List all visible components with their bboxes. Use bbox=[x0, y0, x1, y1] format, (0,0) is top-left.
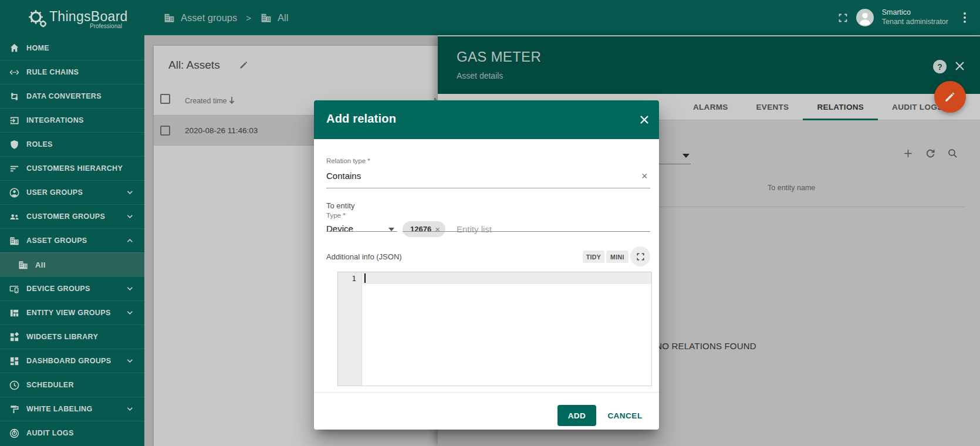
asset-group-icon bbox=[18, 259, 29, 271]
sidebar: ThingsBoard Professional HOME RULE CHAIN… bbox=[0, 0, 144, 446]
close-icon[interactable] bbox=[640, 115, 649, 124]
entity-view-groups-icon bbox=[9, 308, 20, 319]
entity-type-label: Type * bbox=[326, 212, 346, 219]
breadcrumb-current[interactable]: All bbox=[278, 12, 288, 23]
additional-info-label: Additional info (JSON) bbox=[326, 252, 402, 261]
sidebar-item-asset-groups-all[interactable]: All bbox=[0, 252, 144, 276]
help-icon[interactable]: ? bbox=[933, 60, 947, 73]
sidebar-item-audit-logs[interactable]: AUDIT LOGS bbox=[0, 421, 144, 445]
json-editor[interactable]: 1 bbox=[337, 272, 652, 386]
dashboard-icon bbox=[9, 356, 20, 367]
rule-chains-icon bbox=[9, 67, 20, 78]
direction-select-caret-icon[interactable] bbox=[682, 154, 690, 158]
sidebar-item-entity-view-groups[interactable]: ENTITY VIEW GROUPS bbox=[0, 300, 144, 325]
add-relation-dialog: Add relation Relation type * Contains × … bbox=[314, 100, 659, 430]
active-tab-indicator bbox=[803, 119, 878, 120]
column-header-created-time[interactable]: Created time bbox=[185, 97, 227, 105]
clock-icon bbox=[9, 380, 20, 391]
mini-button[interactable]: MINI bbox=[606, 251, 628, 263]
sidebar-item-label: RULE CHAINS bbox=[26, 68, 79, 76]
chevron-down-icon bbox=[127, 190, 133, 195]
tab-alarms[interactable]: ALARMS bbox=[679, 94, 742, 120]
sidebar-item-device-groups[interactable]: DEVICE GROUPS bbox=[0, 276, 144, 300]
audit-logs-icon bbox=[9, 428, 20, 439]
sidebar-item-label: ENTITY VIEW GROUPS bbox=[26, 309, 111, 317]
top-bar: Asset groups > All Smartico Tenant admin… bbox=[0, 0, 980, 35]
avatar[interactable] bbox=[856, 9, 874, 26]
logo[interactable]: ThingsBoard Professional bbox=[0, 0, 144, 36]
hierarchy-icon bbox=[9, 163, 20, 174]
sidebar-item-label: USER GROUPS bbox=[26, 188, 83, 197]
sidebar-item-white-labeling[interactable]: WHITE LABELING bbox=[0, 397, 144, 421]
entity-chip-label: 12676 bbox=[410, 225, 431, 234]
user-groups-icon bbox=[9, 187, 20, 198]
asset-group-icon bbox=[260, 12, 272, 24]
asset-groups-icon bbox=[9, 235, 20, 246]
entity-chip[interactable]: 12676 × bbox=[403, 221, 445, 237]
cell-created-time: 2020-08-26 11:46:03 bbox=[185, 126, 258, 135]
sidebar-item-scheduler[interactable]: SCHEDULER bbox=[0, 373, 144, 397]
fullscreen-icon[interactable] bbox=[838, 13, 848, 23]
user-info: Smartico Tenant administrator bbox=[882, 8, 948, 26]
sidebar-item-customers-hierarchy[interactable]: CUSTOMERS HIERARCHY bbox=[0, 156, 144, 180]
tab-label: RELATIONS bbox=[817, 103, 864, 112]
chip-remove-icon[interactable]: × bbox=[435, 225, 440, 234]
edit-pencil-icon[interactable] bbox=[239, 60, 249, 70]
column-header-to-entity-name[interactable]: To entity name bbox=[768, 184, 815, 192]
editor-gutter: 1 bbox=[338, 272, 362, 386]
entity-list-input[interactable] bbox=[457, 221, 633, 237]
sidebar-item-integrations[interactable]: INTEGRATIONS bbox=[0, 108, 144, 132]
chevron-down-icon bbox=[127, 407, 133, 411]
add-relation-icon[interactable] bbox=[903, 148, 914, 159]
integrations-icon bbox=[9, 115, 20, 126]
refresh-icon[interactable] bbox=[925, 148, 936, 159]
sidebar-item-home[interactable]: HOME bbox=[0, 36, 144, 60]
sidebar-item-label: SCHEDULER bbox=[26, 381, 74, 389]
widgets-icon bbox=[9, 332, 20, 343]
asset-group-icon bbox=[163, 12, 175, 24]
sidebar-item-widgets-library[interactable]: WIDGETS LIBRARY bbox=[0, 325, 144, 349]
sidebar-item-label: CUSTOMERS HIERARCHY bbox=[26, 164, 123, 173]
sidebar-item-data-converters[interactable]: DATA CONVERTERS bbox=[0, 84, 144, 108]
edit-fab-button[interactable] bbox=[934, 81, 966, 113]
sidebar-item-user-groups[interactable]: USER GROUPS bbox=[0, 180, 144, 204]
more-menu-icon[interactable] bbox=[960, 10, 969, 25]
breadcrumb-parent[interactable]: Asset groups bbox=[181, 12, 237, 23]
sidebar-item-label: ASSET GROUPS bbox=[26, 236, 87, 245]
sidebar-item-rule-chains[interactable]: RULE CHAINS bbox=[0, 60, 144, 84]
chevron-down-icon bbox=[127, 359, 133, 363]
brand-edition: Professional bbox=[0, 23, 122, 29]
home-icon bbox=[9, 42, 20, 53]
close-icon[interactable] bbox=[954, 60, 965, 72]
add-button[interactable]: ADD bbox=[557, 405, 596, 426]
editor-active-line bbox=[363, 272, 651, 284]
details-subtitle: Asset details bbox=[457, 71, 503, 80]
customer-groups-icon bbox=[9, 211, 20, 222]
sidebar-item-dashboard-groups[interactable]: DASHBOARD GROUPS bbox=[0, 349, 144, 373]
sidebar-item-label: WHITE LABELING bbox=[26, 405, 93, 413]
sidebar-item-label: WIDGETS LIBRARY bbox=[26, 333, 98, 341]
sidebar-item-label: HOME bbox=[26, 44, 49, 52]
sidebar-nav: HOME RULE CHAINS DATA CONVERTERS INTEGRA… bbox=[0, 36, 144, 445]
relation-type-label: Relation type * bbox=[326, 157, 370, 164]
sidebar-item-asset-groups[interactable]: ASSET GROUPS bbox=[0, 228, 144, 252]
dialog-header: Add relation bbox=[314, 100, 659, 139]
select-all-checkbox[interactable] bbox=[160, 94, 170, 104]
search-icon[interactable] bbox=[947, 148, 958, 159]
expand-editor-button[interactable] bbox=[630, 246, 650, 266]
sort-arrow-down-icon[interactable] bbox=[228, 96, 236, 104]
dialog-divider bbox=[314, 392, 659, 393]
tab-events[interactable]: EVENTS bbox=[742, 94, 803, 120]
line-number: 1 bbox=[352, 274, 356, 283]
cancel-button[interactable]: CANCEL bbox=[604, 405, 646, 426]
tab-relations[interactable]: RELATIONS bbox=[803, 94, 878, 120]
tidy-button[interactable]: TIDY bbox=[583, 251, 604, 263]
clear-icon[interactable]: × bbox=[641, 171, 648, 181]
sidebar-item-customer-groups[interactable]: CUSTOMER GROUPS bbox=[0, 204, 144, 228]
chevron-down-icon bbox=[127, 310, 133, 315]
entity-type-select[interactable]: Device bbox=[326, 224, 353, 234]
data-converters-icon bbox=[9, 91, 20, 102]
row-checkbox[interactable] bbox=[160, 126, 170, 136]
relation-type-value[interactable]: Contains bbox=[326, 171, 361, 181]
sidebar-item-roles[interactable]: ROLES bbox=[0, 132, 144, 156]
